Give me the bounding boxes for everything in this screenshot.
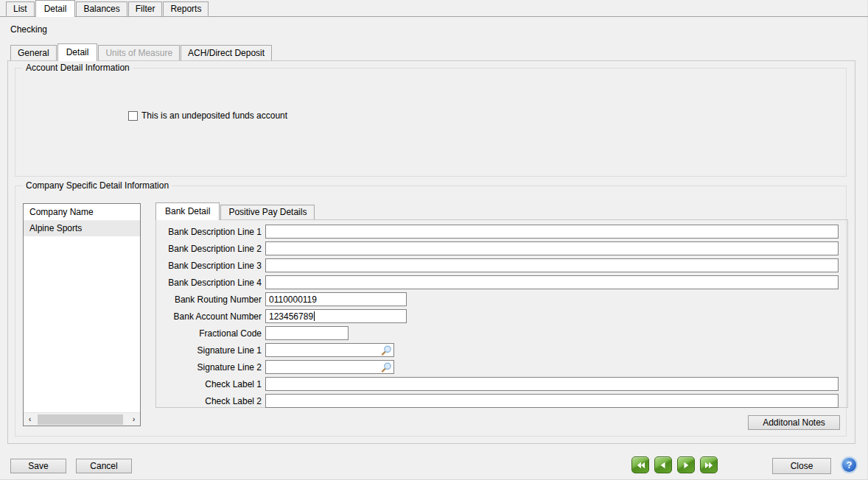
bank-description-line-1-input[interactable] (265, 225, 839, 239)
tab-balances[interactable]: Balances (76, 1, 127, 16)
field-label: Signature Line 2 (156, 362, 265, 373)
bank-description-line-3-input[interactable] (265, 258, 839, 272)
signature-line-1-input[interactable] (265, 343, 394, 357)
company-detail-groupbox: Company Specific Detail Information Comp… (15, 186, 847, 437)
app-window: List Detail Balances Filter Reports Chec… (0, 0, 868, 480)
check-label-1-input[interactable] (265, 377, 839, 391)
scroll-left-button[interactable]: ‹ (24, 413, 36, 426)
right-arrow-icon (681, 461, 691, 470)
subtab-units-of-measure: Units of Measure (98, 45, 180, 60)
cancel-button[interactable]: Cancel (76, 459, 132, 473)
tab-bank-detail[interactable]: Bank Detail (155, 202, 220, 220)
account-detail-group-title: Account Detail Information (23, 63, 133, 73)
detail-tab-strip: General Detail Units of Measure ACH/Dire… (10, 43, 273, 61)
field-check-label-1: Check Label 1 (156, 377, 847, 391)
subtab-ach-direct-deposit[interactable]: ACH/Direct Deposit (181, 45, 272, 60)
save-button[interactable]: Save (10, 459, 66, 473)
field-bank-account-number: Bank Account Number (156, 309, 847, 323)
company-list: Company Name Alpine Sports ‹ › (23, 203, 141, 426)
company-list-hscrollbar[interactable]: ‹ › (24, 412, 140, 426)
left-arrow-icon (658, 461, 668, 470)
field-fractional-code: Fractional Code (156, 326, 847, 340)
additional-notes-button[interactable]: Additonal Notes (748, 415, 840, 430)
tab-positive-pay-details[interactable]: Positive Pay Details (220, 205, 315, 219)
signature-line-2-input[interactable] (265, 360, 394, 374)
field-label: Fractional Code (156, 328, 265, 339)
undeposited-funds-checkbox[interactable] (128, 111, 138, 121)
scroll-track[interactable] (36, 413, 127, 426)
field-bank-description-line-4: Bank Description Line 4 (156, 275, 847, 289)
field-label: Bank Account Number (156, 311, 265, 322)
bank-detail-fields: Bank Description Line 1 Bank Description… (156, 225, 847, 411)
field-bank-routing-number: Bank Routing Number (156, 292, 847, 306)
bank-tab-strip: Bank Detail Positive Pay Details (155, 202, 315, 220)
magnifier-icon[interactable] (380, 361, 392, 373)
field-bank-description-line-3: Bank Description Line 3 (156, 258, 847, 272)
nav-next-button[interactable] (677, 456, 695, 473)
scroll-right-button[interactable]: › (127, 413, 140, 426)
undeposited-funds-checkbox-label: This is an undeposited funds account (141, 110, 287, 121)
check-label-2-input[interactable] (265, 394, 839, 408)
double-left-arrow-icon (635, 461, 646, 470)
page-title: Checking (10, 24, 47, 35)
undeposited-funds-check-row: This is an undeposited funds account (128, 110, 287, 121)
field-bank-description-line-2: Bank Description Line 2 (156, 241, 847, 255)
field-label: Bank Routing Number (156, 294, 265, 305)
nav-first-button[interactable] (631, 456, 649, 473)
company-detail-group-title: Company Specific Detail Information (23, 180, 172, 191)
tab-reports[interactable]: Reports (163, 1, 209, 16)
field-label: Bank Description Line 2 (156, 244, 265, 254)
bank-description-line-2-input[interactable] (265, 241, 839, 255)
field-label: Bank Description Line 1 (156, 227, 265, 237)
field-label: Signature Line 1 (156, 345, 265, 356)
company-list-header: Company Name (24, 204, 140, 221)
tab-filter[interactable]: Filter (128, 1, 163, 16)
field-label: Check Label 2 (156, 396, 265, 406)
text-caret (314, 311, 315, 321)
scroll-thumb[interactable] (38, 414, 123, 425)
close-button[interactable]: Close (772, 458, 831, 474)
field-signature-line-2: Signature Line 2 (156, 360, 847, 374)
nav-last-button[interactable] (700, 456, 718, 473)
field-label: Check Label 1 (156, 379, 265, 389)
company-list-item-alpine-sports[interactable]: Alpine Sports (24, 221, 140, 236)
account-detail-groupbox: Account Detail Information This is an un… (15, 68, 847, 177)
help-icon[interactable]: ? (841, 456, 858, 473)
field-bank-description-line-1: Bank Description Line 1 (156, 225, 847, 239)
field-check-label-2: Check Label 2 (156, 394, 847, 408)
bank-routing-number-input[interactable] (265, 292, 407, 306)
fractional-code-input[interactable] (265, 326, 349, 340)
field-signature-line-1: Signature Line 1 (156, 343, 847, 357)
double-right-arrow-icon (704, 461, 715, 470)
subtab-detail[interactable]: Detail (57, 43, 98, 61)
field-label: Bank Description Line 4 (156, 278, 265, 288)
bank-description-line-4-input[interactable] (265, 275, 839, 289)
tab-detail[interactable]: Detail (35, 0, 76, 17)
tab-list[interactable]: List (6, 1, 35, 16)
nav-previous-button[interactable] (654, 456, 672, 473)
subtab-general[interactable]: General (10, 45, 57, 60)
magnifier-icon[interactable] (380, 345, 392, 356)
field-label: Bank Description Line 3 (156, 261, 265, 271)
main-tab-strip: List Detail Balances Filter Reports (6, 0, 209, 17)
bank-account-number-input[interactable] (265, 309, 407, 323)
bank-detail-tab-page: Bank Description Line 1 Bank Description… (155, 219, 848, 408)
